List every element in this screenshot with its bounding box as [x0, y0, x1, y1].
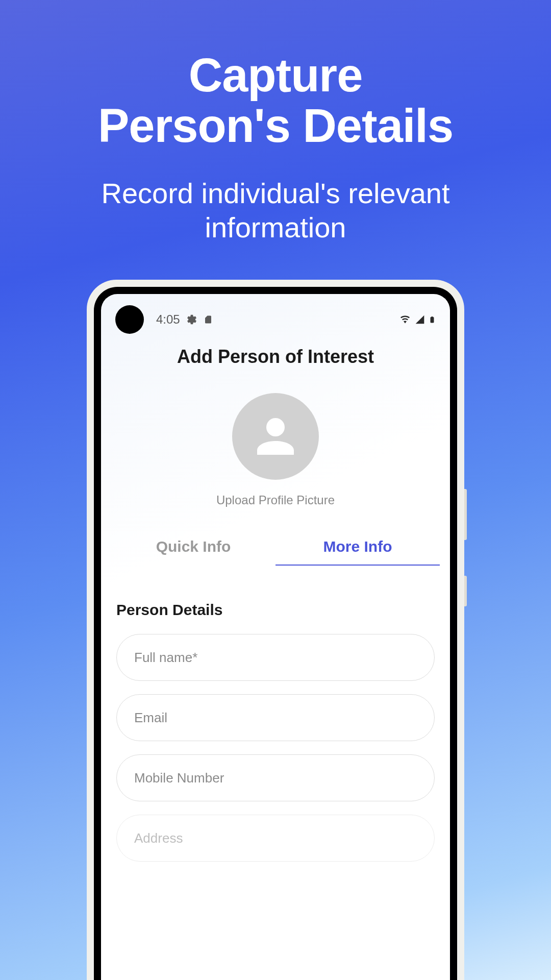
form-fields: [101, 634, 450, 862]
person-icon: [248, 409, 303, 464]
phone-side-button: [464, 576, 467, 606]
wifi-icon: [399, 314, 411, 325]
mobile-input[interactable]: [116, 754, 435, 801]
status-bar-right: [399, 314, 436, 325]
section-title-person-details: Person Details: [116, 601, 435, 619]
subheadline-line-2: information: [205, 211, 346, 243]
avatar-upload-section: Upload Profile Picture: [101, 393, 450, 507]
address-input[interactable]: [116, 815, 435, 862]
tab-more-info[interactable]: More Info: [276, 529, 440, 566]
subheadline-line-1: Record individual's relevant: [101, 177, 449, 209]
tab-bar: Quick Info More Info: [101, 529, 450, 566]
phone-device-frame: 4:05: [87, 280, 464, 980]
phone-screen: 4:05: [101, 294, 450, 980]
status-time: 4:05: [156, 312, 180, 327]
upload-profile-label: Upload Profile Picture: [216, 493, 335, 507]
phone-side-button: [464, 489, 467, 540]
headline-line-2: Person's Details: [98, 100, 453, 152]
headline-line-1: Capture: [189, 49, 363, 101]
status-bar: 4:05: [101, 294, 450, 329]
marketing-subheadline: Record individual's relevant information: [0, 176, 551, 244]
email-input[interactable]: [116, 694, 435, 741]
marketing-headline: Capture Person's Details: [0, 0, 551, 152]
camera-punch-hole: [115, 305, 144, 334]
signal-icon: [414, 314, 425, 325]
sd-card-icon: [204, 314, 213, 325]
battery-icon: [429, 314, 436, 325]
page-title: Add Person of Interest: [101, 346, 450, 368]
phone-bezel: 4:05: [94, 287, 457, 980]
tab-quick-info[interactable]: Quick Info: [111, 529, 276, 566]
status-bar-left: 4:05: [156, 312, 213, 327]
fullname-input[interactable]: [116, 634, 435, 681]
avatar-upload-button[interactable]: [232, 393, 319, 480]
gear-icon: [186, 314, 197, 325]
